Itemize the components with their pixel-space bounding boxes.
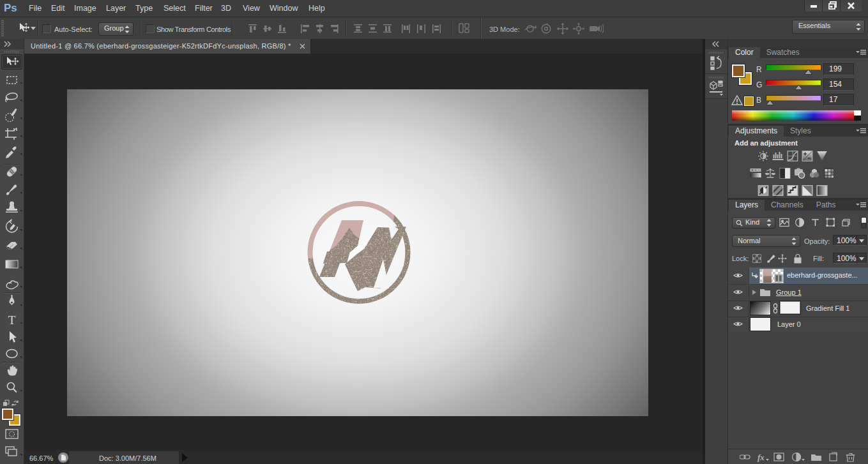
svg-text:fx: fx	[758, 453, 765, 462]
svg-text:T: T	[8, 313, 16, 327]
